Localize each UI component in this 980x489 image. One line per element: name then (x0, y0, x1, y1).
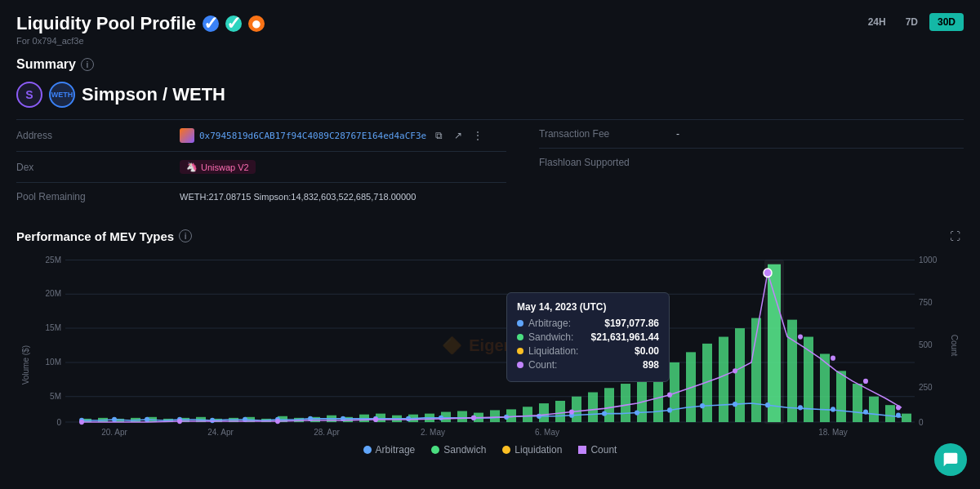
more-icon[interactable]: ⋮ (470, 128, 485, 143)
legend-dot-count (578, 446, 586, 454)
address-row: Address 0x7945819d6CAB17f94C4089C28767E1… (16, 120, 506, 152)
svg-text:18. May: 18. May (818, 428, 848, 437)
dex-badge: 🦄 Uniswap V2 (180, 160, 256, 174)
svg-text:24. Apr: 24. Apr (207, 428, 234, 437)
tx-fee-row: Transaction Fee - (539, 120, 964, 149)
header: Liquidity Pool Profile ✓ ✓ ● For 0x794_a… (0, 0, 980, 52)
svg-point-110 (798, 334, 803, 339)
svg-text:20. Apr: 20. Apr (101, 428, 127, 437)
tx-fee-value: - (676, 128, 679, 140)
svg-point-96 (765, 402, 770, 407)
legend-dot-sandwich (431, 446, 439, 454)
time-controls: 24H 7D 30D (860, 13, 964, 31)
svg-text:250: 250 (919, 383, 933, 392)
svg-point-112 (863, 379, 868, 384)
svg-point-111 (831, 356, 835, 361)
flashloan-label: Flashloan Supported (539, 157, 670, 168)
svg-text:750: 750 (919, 298, 933, 307)
page-title: Liquidity Pool Profile ✓ ✓ ● (16, 13, 265, 34)
svg-rect-66 (764, 260, 784, 424)
svg-text:5M: 5M (50, 392, 61, 401)
svg-point-100 (896, 413, 901, 418)
svg-rect-53 (572, 397, 581, 422)
legend-sandwich: Sandwich (431, 444, 486, 456)
svg-text:6. May: 6. May (535, 428, 560, 437)
copy-icon[interactable]: ⧉ (431, 128, 446, 143)
legend-arbitrage: Arbitrage (363, 444, 416, 456)
badge-orange: ● (248, 16, 265, 32)
address-value: 0x7945819d6CAB17f94C4089C28767E164ed4aCF… (180, 128, 506, 143)
svg-rect-56 (621, 384, 630, 422)
pool-icon-weth: WETH (49, 82, 75, 108)
svg-rect-62 (719, 337, 728, 423)
address-icon (180, 128, 194, 143)
perf-info-icon[interactable]: i (179, 229, 192, 242)
y-axis-label-left: Volume ($) (21, 345, 30, 385)
svg-text:2. May: 2. May (421, 428, 446, 437)
chat-bubble[interactable] (934, 443, 967, 476)
svg-point-104 (373, 417, 378, 422)
external-link-icon[interactable]: ↗ (451, 128, 466, 143)
svg-point-94 (700, 403, 705, 408)
svg-point-98 (831, 407, 835, 411)
summary-title-row: Summary i (16, 57, 964, 72)
pool-remaining-row: Pool Remaining WETH:217.08715 Simpson:14… (16, 183, 506, 211)
legend-count: Count (578, 444, 617, 456)
svg-rect-74 (902, 414, 911, 422)
svg-text:15M: 15M (46, 323, 61, 332)
svg-rect-51 (539, 403, 549, 422)
svg-point-77 (145, 417, 149, 422)
performance-section: Performance of MEV Types i ⛶ 🔶 Eigenphi … (0, 219, 980, 459)
uniswap-icon: 🦄 (186, 162, 198, 172)
dex-value: 🦄 Uniswap V2 (180, 160, 506, 174)
svg-rect-67 (787, 320, 797, 422)
dex-label: Dex (16, 162, 180, 173)
svg-text:10M: 10M (46, 358, 61, 367)
chat-icon (942, 451, 959, 468)
y-axis-label-right: Count (950, 335, 959, 357)
time-btn-7d[interactable]: 7D (898, 13, 926, 31)
svg-rect-63 (735, 328, 745, 422)
svg-point-92 (635, 410, 639, 415)
svg-point-107 (667, 393, 672, 398)
flashloan-row: Flashloan Supported (539, 149, 964, 176)
svg-rect-54 (588, 393, 598, 423)
svg-text:28. Apr: 28. Apr (314, 428, 340, 437)
left-details: Address 0x7945819d6CAB17f94C4089C28767E1… (16, 120, 506, 211)
svg-point-79 (210, 418, 215, 423)
page-subtitle: For 0x794_acf3e (16, 36, 265, 46)
badge-teal: ✓ (225, 16, 242, 32)
summary-info-icon[interactable]: i (81, 58, 94, 71)
address-label: Address (16, 130, 180, 141)
svg-point-101 (79, 420, 84, 425)
svg-point-85 (406, 416, 411, 421)
svg-point-89 (537, 414, 541, 419)
svg-point-108 (733, 368, 737, 373)
svg-rect-71 (853, 384, 862, 422)
summary-section: Summary i S WETH Simpson / WETH Address … (0, 52, 980, 219)
expand-icon[interactable]: ⛶ (946, 227, 964, 245)
perf-title: Performance of MEV Types i (16, 229, 192, 243)
chart-legend: Arbitrage Sandwich Liquidation Count (16, 439, 964, 459)
svg-text:1000: 1000 (919, 255, 938, 264)
badge-blue: ✓ (203, 16, 219, 32)
svg-text:25M: 25M (46, 255, 61, 264)
svg-rect-57 (637, 378, 647, 422)
svg-rect-55 (604, 388, 614, 422)
svg-point-86 (439, 416, 443, 420)
pool-remaining-label: Pool Remaining (16, 191, 180, 202)
details-grid: Address 0x7945819d6CAB17f94C4089C28767E1… (16, 119, 964, 211)
svg-point-103 (275, 419, 280, 424)
svg-point-95 (733, 402, 737, 407)
summary-label: Summary (16, 57, 76, 72)
time-btn-30d[interactable]: 30D (929, 13, 964, 31)
svg-point-102 (177, 419, 182, 424)
right-details: Transaction Fee - Flashloan Supported (506, 120, 964, 211)
svg-rect-70 (836, 371, 846, 422)
header-left: Liquidity Pool Profile ✓ ✓ ● For 0x794_a… (16, 13, 265, 46)
time-btn-24h[interactable]: 24H (860, 13, 894, 31)
svg-point-91 (602, 411, 607, 416)
svg-point-106 (569, 409, 574, 414)
pool-icon-simpson: S (16, 82, 42, 108)
svg-rect-50 (523, 407, 532, 422)
